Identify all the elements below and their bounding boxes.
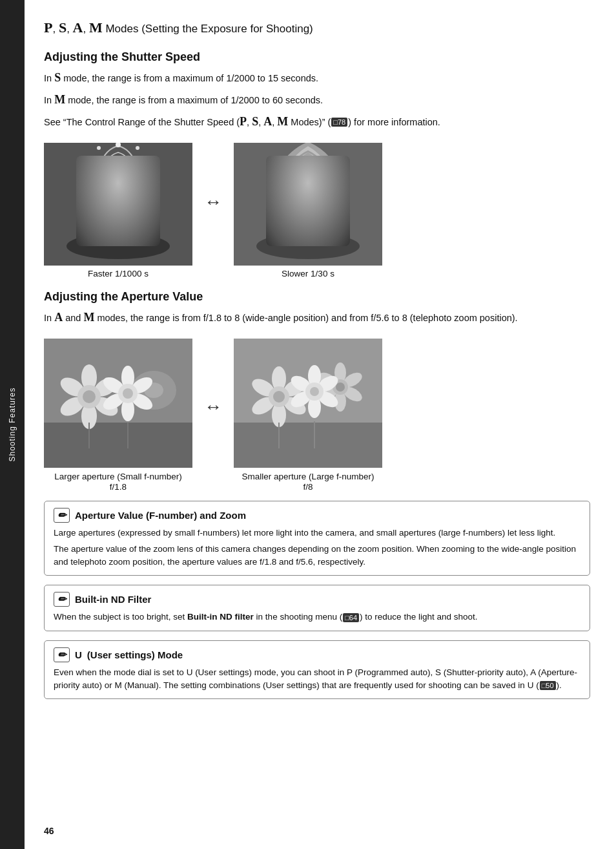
a-mode-letter2: A [54,311,63,324]
s-mode-letter: S [54,71,61,84]
svg-point-60 [310,387,319,396]
svg-point-24 [83,390,96,403]
a-inline: A [263,115,272,128]
shutter-s-line1: In S mode, the range is from a maximum o… [44,69,590,87]
aperture-image-row: Larger aperture (Small f-number) f/1.8 ↔ [44,339,590,492]
u-inline2: U [528,680,534,690]
svg-rect-36 [234,423,382,468]
svg-rect-14 [44,423,192,468]
svg-point-12 [272,162,344,201]
svg-rect-11 [289,182,327,246]
note-nd-filter-title: ✏ Built-in ND Filter [54,592,580,607]
page-header: P, S, A, M Modes (Setting the Exposure f… [44,19,590,36]
svg-point-52 [273,391,285,403]
ref-64: □64 [343,613,359,622]
nd-filter-bold: Built-in ND filter [187,612,254,622]
s-inline2: S [435,667,441,677]
shutter-speed-heading: Adjusting the Shutter Speed [44,50,590,64]
ref-50: □50 [540,681,556,690]
u-inline: U [187,667,193,677]
aperture-heading: Adjusting the Aperture Value [44,290,590,304]
note-aperture-zoom: ✏ Aperture Value (F-number) and Zoom Lar… [44,501,590,576]
p-inline: P [240,115,247,128]
smaller-aperture-caption2: f/8 [303,482,313,492]
svg-point-7 [88,158,90,160]
aperture-right-group: Smaller aperture (Large f-number) f/8 [234,339,382,492]
shutter-image-row: Faster 1/1000 s ↔ [44,143,590,278]
mode-s: S [59,19,67,36]
note-user-settings-body: Even when the mode dial is set to U (Use… [54,666,580,693]
page-number: 46 [44,826,54,836]
fountain-slow-svg [234,143,382,266]
slower-shutter-image [234,143,382,266]
svg-rect-2 [99,182,138,246]
slower-caption: Slower 1/30 s [282,269,334,278]
p-inline2: P [347,667,353,677]
note-user-icon: ✏ [54,647,70,662]
m-inline2: M [115,680,122,690]
fountain-fast-svg [44,143,192,266]
larger-aperture-caption2: f/1.8 [110,482,127,492]
m-mode-letter2: M [83,311,94,324]
smaller-aperture-image [234,339,382,468]
mode-p: P [44,19,52,36]
smaller-aperture-caption1: Smaller aperture (Large f-number) [242,472,375,481]
svg-point-6 [136,146,139,150]
main-content: P, S, A, M Modes (Setting the Exposure f… [25,0,616,849]
header-text: Modes (Setting the Exposure for Shooting… [105,23,313,35]
arrow-aperture: ↔ [204,397,222,417]
shutter-see-line3: See “The Control Range of the Shutter Sp… [44,113,590,131]
faster-caption: Faster 1/1000 s [88,269,149,278]
note-user-settings: ✏ U (User settings) Mode Even when the m… [44,640,590,700]
user-settings-title-text: (User settings) Mode [87,649,183,660]
note-nd-body: When the subject is too bright, set Buil… [54,611,580,624]
note-nd-icon: ✏ [54,592,70,607]
svg-point-44 [336,383,345,392]
sidebar-tab: Shooting Features [0,0,25,849]
shutter-left-group: Faster 1/1000 s [44,143,192,278]
mode-m: M [89,19,103,36]
sidebar-label: Shooting Features [8,387,17,461]
larger-aperture-image [44,339,192,468]
note-aperture-zoom-para1: Large apertures (expressed by small f-nu… [54,527,580,540]
note-aperture-title-text: Aperture Value (F-number) and Zoom [75,510,246,521]
flower-large-aperture-svg [44,339,192,468]
note-nd-filter: ✏ Built-in ND Filter When the subject is… [44,585,590,631]
shutter-speed-section: Adjusting the Shutter Speed In S mode, t… [44,50,590,278]
ref-78: □78 [331,118,347,127]
note-aperture-icon: ✏ [54,508,70,523]
svg-point-3 [83,162,154,201]
svg-point-32 [123,388,133,399]
note-nd-title-text: Built-in ND Filter [75,594,151,605]
aperture-section: Adjusting the Aperture Value In A and M … [44,290,590,492]
m-inline: M [277,115,288,128]
m-mode-letter: M [54,93,65,106]
shutter-m-line2: In M mode, the range is from a maximum o… [44,91,590,109]
mode-a: A [73,19,83,36]
svg-point-4 [97,146,101,150]
note-aperture-zoom-para2: The aperture value of the zoom lens of t… [54,543,580,569]
flower-small-aperture-svg [234,339,382,468]
faster-shutter-image [44,143,192,266]
aperture-left-group: Larger aperture (Small f-number) f/1.8 [44,339,192,492]
larger-aperture-caption1: Larger aperture (Small f-number) [54,472,181,481]
svg-point-8 [146,158,149,160]
shutter-right-group: Slower 1/30 s [234,143,382,278]
u-mode-title: U [75,649,82,660]
note-user-settings-title: ✏ U (User settings) Mode [54,647,580,662]
s-inline: S [252,115,258,128]
note-aperture-zoom-title: ✏ Aperture Value (F-number) and Zoom [54,508,580,523]
aperture-body: In A and M modes, the range is from f/1.… [44,309,590,327]
a-inline2: A [530,667,535,677]
arrow-shutter: ↔ [204,192,222,213]
